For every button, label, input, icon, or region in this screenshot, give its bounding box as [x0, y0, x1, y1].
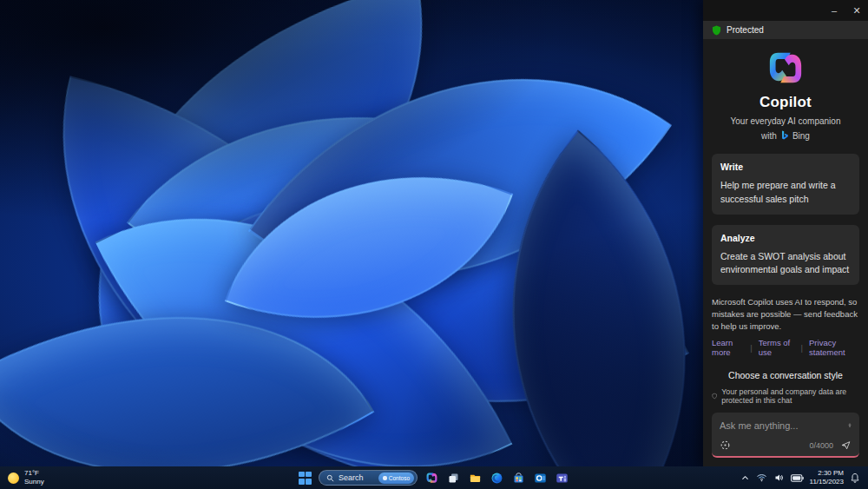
protected-label: Protected [727, 25, 764, 35]
with-label: with [761, 131, 777, 141]
screenshot-capture-icon[interactable] [720, 439, 731, 451]
start-button[interactable] [299, 472, 312, 485]
shield-icon [712, 25, 721, 36]
taskbar-task-view-icon[interactable] [446, 471, 461, 486]
taskbar-copilot-icon[interactable] [424, 471, 439, 486]
microphone-icon[interactable] [848, 420, 852, 431]
chat-input[interactable] [720, 420, 843, 431]
suggestion-card-analyze[interactable]: Analyze Create a SWOT analysis about env… [712, 225, 859, 286]
search-label: Search [339, 473, 374, 482]
privacy-statement-link[interactable]: Privacy statement [809, 338, 859, 357]
bing-attribution: with Bing [703, 130, 868, 141]
learn-more-link[interactable]: Learn more [712, 338, 744, 357]
volume-icon[interactable] [773, 472, 785, 483]
tray-overflow-chevron-icon[interactable] [740, 473, 750, 483]
clock-date: 11/15/2023 [810, 478, 844, 486]
taskbar-teams-icon[interactable] [555, 471, 569, 486]
weather-condition: Sunny [24, 478, 44, 486]
conversation-style-heading: Choose a conversation style [703, 370, 868, 380]
character-counter: 0/4000 [809, 441, 833, 450]
card-body: Create a SWOT analysis about environment… [720, 250, 851, 278]
system-tray: 2:30 PM 11/15/2023 [740, 469, 868, 486]
taskbar-clock[interactable]: 2:30 PM 11/15/2023 [810, 469, 844, 486]
copilot-panel: – ✕ Protected Copilot Your everyday AI c… [703, 0, 868, 466]
taskbar-center: Search Contoso [299, 466, 569, 489]
suggestion-card-write[interactable]: Write Help me prepare and write a succes… [712, 154, 859, 215]
bing-icon [780, 130, 789, 141]
network-icon[interactable] [756, 472, 767, 483]
card-title: Analyze [720, 233, 851, 243]
protected-banner: Protected [703, 21, 868, 39]
minimize-button[interactable]: – [823, 0, 845, 21]
panel-titlebar: – ✕ [703, 0, 868, 21]
bing-label: Bing [792, 131, 810, 141]
send-icon[interactable] [840, 439, 852, 451]
taskbar: 71°F Sunny Search Contoso [0, 466, 868, 489]
taskbar-outlook-icon[interactable] [533, 471, 548, 486]
copilot-hero: Copilot Your everyday AI companion with … [703, 50, 868, 141]
weather-temperature: 71°F [24, 469, 44, 478]
copilot-logo-icon [766, 50, 806, 86]
ai-disclaimer: Microsoft Copilot uses AI to respond, so… [712, 296, 859, 332]
chat-input-box: 0/4000 [712, 413, 859, 458]
card-body: Help me prepare and write a successful s… [720, 179, 851, 207]
weather-widget[interactable]: 71°F Sunny [0, 469, 44, 486]
copilot-title: Copilot [703, 94, 868, 111]
search-highlight-badge[interactable]: Contoso [378, 472, 414, 484]
shield-outline-icon [712, 392, 717, 400]
taskbar-search[interactable]: Search Contoso [319, 470, 418, 486]
clock-time: 2:30 PM [810, 469, 844, 478]
sun-icon [8, 472, 19, 484]
search-icon [326, 474, 334, 482]
taskbar-edge-icon[interactable] [490, 471, 504, 486]
notification-bell-icon[interactable] [850, 472, 860, 484]
taskbar-microsoft-store-icon[interactable] [511, 471, 526, 486]
card-title: Write [720, 162, 851, 172]
legal-links: Learn more | Terms of use | Privacy stat… [712, 338, 859, 357]
data-protection-note: Your personal and company data are prote… [712, 387, 859, 405]
copilot-tagline: Your everyday AI companion [703, 116, 868, 126]
close-button[interactable]: ✕ [845, 0, 868, 21]
taskbar-file-explorer-icon[interactable] [468, 471, 483, 486]
battery-icon[interactable] [791, 473, 804, 483]
terms-of-use-link[interactable]: Terms of use [759, 338, 795, 357]
badge-icon [383, 476, 387, 480]
